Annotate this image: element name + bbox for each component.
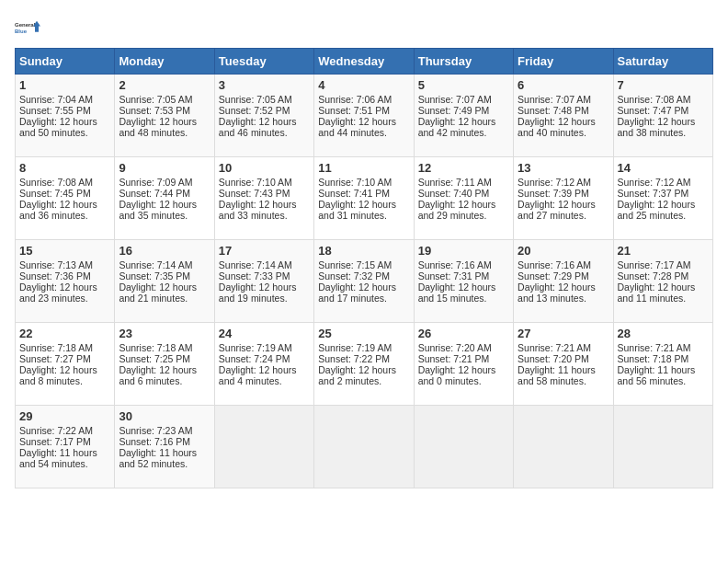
day-number: 14 bbox=[618, 161, 709, 175]
calendar-day-empty bbox=[613, 406, 712, 488]
calendar-day-17: 17Sunrise: 7:14 AMSunset: 7:33 PMDayligh… bbox=[214, 240, 313, 323]
day-number: 8 bbox=[19, 161, 110, 175]
day-number: 7 bbox=[618, 78, 709, 92]
logo: General Blue bbox=[15, 15, 40, 40]
calendar-day-24: 24Sunrise: 7:19 AMSunset: 7:24 PMDayligh… bbox=[214, 323, 313, 406]
calendar-day-empty bbox=[414, 406, 513, 488]
calendar-day-27: 27Sunrise: 7:21 AMSunset: 7:20 PMDayligh… bbox=[514, 323, 613, 406]
calendar-day-29: 29Sunrise: 7:22 AMSunset: 7:17 PMDayligh… bbox=[16, 406, 115, 488]
day-number: 24 bbox=[219, 327, 310, 340]
day-number: 17 bbox=[219, 244, 310, 258]
calendar-day-10: 10Sunrise: 7:10 AMSunset: 7:43 PMDayligh… bbox=[214, 157, 313, 240]
day-number: 29 bbox=[19, 409, 110, 423]
calendar-day-13: 13Sunrise: 7:12 AMSunset: 7:39 PMDayligh… bbox=[514, 157, 613, 240]
calendar-day-30: 30Sunrise: 7:23 AMSunset: 7:16 PMDayligh… bbox=[115, 406, 214, 488]
calendar-day-8: 8Sunrise: 7:08 AMSunset: 7:45 PMDaylight… bbox=[16, 157, 115, 240]
day-number: 18 bbox=[318, 244, 409, 258]
calendar-day-empty bbox=[514, 406, 613, 488]
calendar-day-18: 18Sunrise: 7:15 AMSunset: 7:32 PMDayligh… bbox=[314, 240, 414, 323]
calendar-day-1: 1Sunrise: 7:04 AMSunset: 7:55 PMDaylight… bbox=[16, 75, 115, 157]
calendar-day-12: 12Sunrise: 7:11 AMSunset: 7:40 PMDayligh… bbox=[414, 157, 513, 240]
calendar-day-16: 16Sunrise: 7:14 AMSunset: 7:35 PMDayligh… bbox=[115, 240, 214, 323]
calendar-day-23: 23Sunrise: 7:18 AMSunset: 7:25 PMDayligh… bbox=[115, 323, 214, 406]
day-number: 5 bbox=[418, 78, 509, 92]
weekday-header-friday: Friday bbox=[514, 49, 613, 75]
calendar-day-9: 9Sunrise: 7:09 AMSunset: 7:44 PMDaylight… bbox=[115, 157, 214, 240]
day-number: 6 bbox=[518, 78, 609, 92]
day-number: 30 bbox=[119, 409, 210, 423]
day-number: 22 bbox=[19, 327, 110, 340]
calendar-day-5: 5Sunrise: 7:07 AMSunset: 7:49 PMDaylight… bbox=[414, 75, 513, 157]
day-number: 13 bbox=[518, 161, 609, 175]
calendar-day-26: 26Sunrise: 7:20 AMSunset: 7:21 PMDayligh… bbox=[414, 323, 513, 406]
calendar-week-3: 22Sunrise: 7:18 AMSunset: 7:27 PMDayligh… bbox=[16, 323, 713, 406]
calendar-day-4: 4Sunrise: 7:06 AMSunset: 7:51 PMDaylight… bbox=[314, 75, 414, 157]
calendar-day-3: 3Sunrise: 7:05 AMSunset: 7:52 PMDaylight… bbox=[214, 75, 313, 157]
svg-text:Blue: Blue bbox=[15, 29, 28, 34]
day-number: 9 bbox=[119, 161, 210, 175]
day-number: 15 bbox=[19, 244, 110, 258]
calendar-day-14: 14Sunrise: 7:12 AMSunset: 7:37 PMDayligh… bbox=[613, 157, 712, 240]
calendar-day-28: 28Sunrise: 7:21 AMSunset: 7:18 PMDayligh… bbox=[613, 323, 712, 406]
calendar-day-21: 21Sunrise: 7:17 AMSunset: 7:28 PMDayligh… bbox=[613, 240, 712, 323]
calendar-week-2: 15Sunrise: 7:13 AMSunset: 7:36 PMDayligh… bbox=[16, 240, 713, 323]
page-header: General Blue bbox=[15, 15, 713, 40]
weekday-header-wednesday: Wednesday bbox=[314, 49, 414, 75]
day-number: 26 bbox=[418, 327, 509, 340]
day-number: 25 bbox=[318, 327, 409, 340]
day-number: 16 bbox=[119, 244, 210, 258]
day-number: 21 bbox=[618, 244, 709, 258]
calendar-day-25: 25Sunrise: 7:19 AMSunset: 7:22 PMDayligh… bbox=[314, 323, 414, 406]
svg-text:General: General bbox=[15, 22, 36, 28]
calendar-day-empty bbox=[214, 406, 313, 488]
calendar-day-22: 22Sunrise: 7:18 AMSunset: 7:27 PMDayligh… bbox=[16, 323, 115, 406]
day-number: 2 bbox=[119, 78, 210, 92]
calendar-day-15: 15Sunrise: 7:13 AMSunset: 7:36 PMDayligh… bbox=[16, 240, 115, 323]
calendar-week-1: 8Sunrise: 7:08 AMSunset: 7:45 PMDaylight… bbox=[16, 157, 713, 240]
day-number: 10 bbox=[219, 161, 310, 175]
day-number: 23 bbox=[119, 327, 210, 340]
calendar-day-11: 11Sunrise: 7:10 AMSunset: 7:41 PMDayligh… bbox=[314, 157, 414, 240]
day-number: 19 bbox=[418, 244, 509, 258]
calendar-week-0: 1Sunrise: 7:04 AMSunset: 7:55 PMDaylight… bbox=[16, 75, 713, 157]
day-number: 20 bbox=[518, 244, 609, 258]
day-number: 3 bbox=[219, 78, 310, 92]
day-number: 11 bbox=[318, 161, 409, 175]
day-number: 1 bbox=[19, 78, 110, 92]
day-number: 27 bbox=[518, 327, 609, 340]
day-number: 28 bbox=[618, 327, 709, 340]
calendar-day-6: 6Sunrise: 7:07 AMSunset: 7:48 PMDaylight… bbox=[514, 75, 613, 157]
weekday-header-row: SundayMondayTuesdayWednesdayThursdayFrid… bbox=[16, 49, 713, 75]
calendar-day-empty bbox=[314, 406, 414, 488]
weekday-header-monday: Monday bbox=[115, 49, 214, 75]
calendar-day-2: 2Sunrise: 7:05 AMSunset: 7:53 PMDaylight… bbox=[115, 75, 214, 157]
day-number: 12 bbox=[418, 161, 509, 175]
calendar-day-7: 7Sunrise: 7:08 AMSunset: 7:47 PMDaylight… bbox=[613, 75, 712, 157]
calendar-week-4: 29Sunrise: 7:22 AMSunset: 7:17 PMDayligh… bbox=[16, 406, 713, 488]
weekday-header-thursday: Thursday bbox=[414, 49, 513, 75]
weekday-header-sunday: Sunday bbox=[16, 49, 115, 75]
logo-icon: General Blue bbox=[15, 15, 40, 40]
day-number: 4 bbox=[318, 78, 409, 92]
calendar-table: SundayMondayTuesdayWednesdayThursdayFrid… bbox=[15, 48, 713, 488]
weekday-header-tuesday: Tuesday bbox=[214, 49, 313, 75]
calendar-day-19: 19Sunrise: 7:16 AMSunset: 7:31 PMDayligh… bbox=[414, 240, 513, 323]
calendar-day-20: 20Sunrise: 7:16 AMSunset: 7:29 PMDayligh… bbox=[514, 240, 613, 323]
weekday-header-saturday: Saturday bbox=[613, 49, 712, 75]
